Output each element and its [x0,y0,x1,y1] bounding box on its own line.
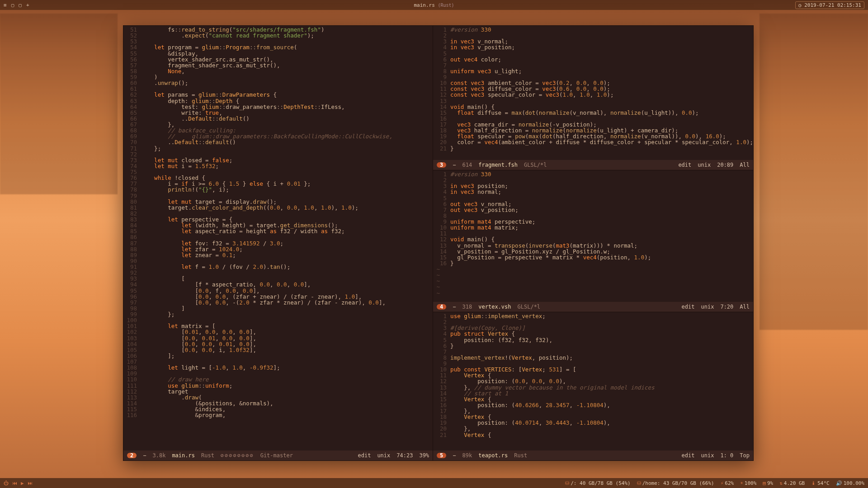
modified-icon: − [453,162,456,168]
media-controls[interactable]: ⏻ ⏮ ▶ ⏭ [4,480,33,486]
modified-icon: − [143,453,146,459]
file-lang: Rust [201,453,214,459]
statusline-teapot-rs: 5 − 89k teapot.rs Rust edit unix 1: 0 To… [433,450,753,460]
play-icon[interactable]: ▶ [21,480,24,486]
mode: edit [678,162,691,168]
encoding: unix [698,162,711,168]
buffer-badge: 3 [437,162,446,168]
editor-window: 51 52 53 54 55 56 57 58 59 60 61 62 63 6… [123,25,754,461]
temp: 🌡54°C [811,480,830,486]
git-branch: Git-master [260,453,293,459]
disk-home: ⛁/home: 43 GB/70 GB (66%) [637,480,714,486]
prev-track-icon[interactable]: ⏮ [12,480,17,486]
code-area[interactable]: fs::read_to_string("src/shaders/fragment… [141,27,433,450]
menubar-left[interactable]: ≡ ▢ ▢ + [4,2,29,8]
gutter: 51 52 53 54 55 56 57 58 59 60 61 62 63 6… [123,27,141,450]
buffer-badge: 2 [127,453,137,459]
file-size: 89k [462,453,472,459]
buffer-fragment-fsh[interactable]: 1 2 3 4 5 6 7 8 9 10 11 12 13 14 15 16 1… [433,26,753,170]
pane-main-rs: 51 52 53 54 55 56 57 58 59 60 61 62 63 6… [123,26,433,460]
lint-indicators: ⊘⊘⊘⊘⊘⊖⊘⊘ [221,453,254,459]
app-menu-icon[interactable]: ≡ [4,2,7,8]
clock-icon: ◷ [798,2,804,8]
buffer-vertex-vsh[interactable]: 1 2 3 4 5 6 7 8 9 10 11 12 13 14 15 16 ~… [433,170,753,312]
code-area[interactable]: #version 330 in vec3 v_normal; in vec3 v… [450,27,753,160]
buffer-teapot-rs[interactable]: 1 2 3 4 5 6 7 8 9 10 11 12 13 14 15 16 1… [433,312,753,460]
file-lang: Rust [514,453,527,459]
gutter: 1 2 3 4 5 6 7 8 9 10 11 12 13 14 15 16 1… [433,313,450,450]
statusline-vertex-vsh: 4 − 318 vertex.vsh GLSL/*l edit unix 7:2… [433,302,753,312]
buffer-main-rs[interactable]: 51 52 53 54 55 56 57 58 59 60 61 62 63 6… [123,26,433,450]
encoding: unix [701,304,714,310]
buffer-badge: 4 [437,304,446,310]
statusline-main-rs: 2 − 3.8k main.rs Rust ⊘⊘⊘⊘⊘⊖⊘⊘ Git-maste… [123,450,433,460]
workspace-1-icon[interactable]: ▢ [11,2,14,8]
code-area[interactable]: #version 330 in vec3 position; in vec3 n… [450,171,753,302]
code-area[interactable]: use glium::implement_vertex; #[derive(Co… [450,313,753,450]
desktop-menubar: ≡ ▢ ▢ + main.rs (Rust) ◷ 2019-07-21 02:1… [0,0,868,10]
scroll-pct: 39% [419,453,429,459]
file-size: 318 [462,304,472,310]
mode: edit [358,453,371,459]
clock[interactable]: ◷ 2019-07-21 02:15:31 [795,1,864,9]
next-track-icon[interactable]: ⏭ [28,480,33,486]
gutter: 1 2 3 4 5 6 7 8 9 10 11 12 13 14 15 16 1… [433,27,450,160]
title-text: main.rs [414,2,434,8]
file-lang: GLSL/*l [518,304,541,310]
cursor-pos: 74:23 [396,453,413,459]
net: ⇅4.20 GB [779,480,805,486]
battery-1: ⚡62% [721,480,734,486]
file-size: 3.8k [152,453,165,459]
file-name: vertex.vsh [478,304,511,310]
file-lang: GLSL/*l [524,162,547,168]
gutter: 1 2 3 4 5 6 7 8 9 10 11 12 13 14 15 16 ~… [433,171,450,302]
statusline-fragment-fsh: 3 − 614 fragment.fsh GLSL/*l edit unix 2… [433,160,753,170]
title-sub: (Rust) [438,3,454,8]
modified-icon: − [453,304,456,310]
cursor-pos: 7:20 [720,304,733,310]
mode: edit [682,304,695,310]
file-size: 614 [462,162,472,168]
cursor-pos: 1: 0 [720,453,733,459]
workspace-2-icon[interactable]: ▢ [19,2,22,8]
new-workspace-icon[interactable]: + [26,2,29,8]
desktop-bottombar: ⏻ ⏮ ▶ ⏭ ⛁/: 40 GB/78 GB (54%) ⛁/home: 43… [0,478,868,488]
file-name: teapot.rs [478,453,508,459]
cursor-pos: 20:89 [717,162,733,168]
encoding: unix [377,453,390,459]
battery-2: ☀100% [740,480,756,486]
volume: 🔊100.00% [836,480,864,486]
scroll-pct: Top [740,453,750,459]
buffer-badge: 5 [437,453,446,459]
encoding: unix [701,453,714,459]
power-icon[interactable]: ⏻ [4,480,9,486]
disk-root: ⛁/: 40 GB/78 GB (54%) [565,480,630,486]
scroll-pct: All [740,304,750,310]
system-stats: ⛁/: 40 GB/78 GB (54%) ⛁/home: 43 GB/70 G… [565,480,864,486]
pane-right-stack: 1 2 3 4 5 6 7 8 9 10 11 12 13 14 15 16 1… [433,26,753,460]
modified-icon: − [453,453,456,459]
scroll-pct: All [740,162,750,168]
window-title: main.rs (Rust) [414,2,454,8]
file-name: fragment.fsh [478,162,518,168]
cpu: ▤9% [763,480,773,486]
mode: edit [682,453,695,459]
file-name: main.rs [172,453,195,459]
